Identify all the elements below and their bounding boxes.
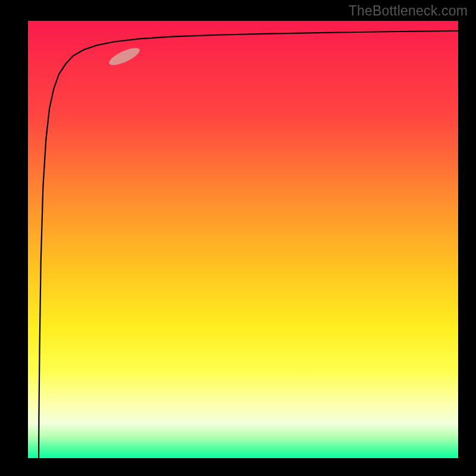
bottleneck-curve xyxy=(39,31,458,458)
watermark-text: TheBottleneck.com xyxy=(349,3,468,19)
marker-pill xyxy=(107,45,142,68)
plot-area xyxy=(28,21,458,458)
chart-stage: TheBottleneck.com xyxy=(0,0,476,476)
curve-layer xyxy=(28,21,458,458)
